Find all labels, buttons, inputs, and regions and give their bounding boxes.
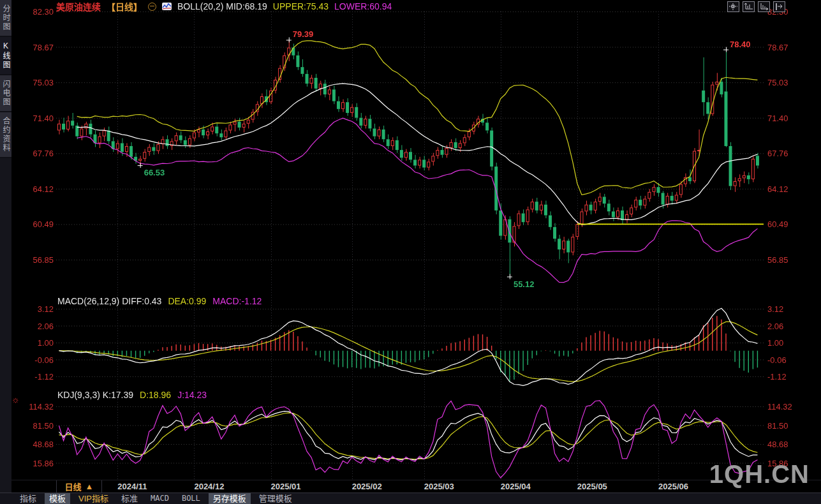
y-axis-label: 60.49 [767,219,788,229]
x-axis-tick: 2025/02 [352,482,382,491]
macd-dea-label: DEA:0.99 [168,296,206,306]
x-axis-tick: 2025/04 [501,482,531,491]
chart-application: 分时图K线图闪电图合约资料 美原油连续 【日线】 BOLL(20,2) MID:… [0,0,821,504]
x-axis-tick: 2025/06 [658,482,688,491]
sidebar-item-闪电图[interactable]: 闪电图 [0,75,11,112]
mini-chart-icon[interactable] [162,3,172,10]
chart-canvas[interactable] [0,0,821,504]
scale-time-icon[interactable] [758,1,770,12]
y-axis-label: 75.03 [767,78,788,87]
y-axis-label: 67.76 [767,149,788,158]
shift-right-icon[interactable] [773,1,785,12]
macd-title: MACD(26,12,9) DIFF:0.43 [57,296,161,306]
boll-lower-label: LOWER:60.94 [334,1,392,11]
tab-标准[interactable]: 标准 [117,493,142,504]
y-axis-label: -0.06 [767,355,787,364]
x-axis-tick: 2024/12 [194,482,224,491]
y-axis-label: -1.12 [767,372,787,382]
kdj-d-label: D:18.96 [140,390,171,400]
tab-BOLL[interactable]: BOLL [177,493,205,504]
x-axis-tick: 2024/11 [117,482,147,491]
y-axis-label: 71.40 [767,113,788,122]
tab-管理模板[interactable]: 管理模板 [255,493,297,504]
collapse-icon[interactable] [148,3,156,11]
tab-模板[interactable]: 模板 [45,493,70,504]
crosshair-icon[interactable] [727,1,739,12]
indicator-settings-icon[interactable]: ☼ [11,394,20,404]
x-axis-tick: 2025/01 [271,482,301,491]
tab-指标[interactable]: 指标 [15,493,41,504]
symbol-name: 美原油连续 [56,0,101,13]
sidebar-item-分时图[interactable]: 分时图 [0,0,11,37]
y-axis-label: 114.32 [767,402,792,411]
y-axis-label: 48.68 [767,440,788,449]
period-badge: 【日线】 [107,0,142,13]
macd-value-label: MACD:-1.12 [212,296,262,306]
kdj-header: KDJ(9,3,3) K:17.39 D:18.96 J:14.23 [57,390,207,400]
y-axis-label: 81.50 [767,420,788,430]
period-selector-label: 日线 [65,480,82,493]
kdj-title: KDJ(9,3,3) K:17.39 [57,390,133,400]
boll-mid-label: BOLL(20,2) MID:68.19 [177,1,267,11]
macd-header: MACD(26,12,9) DIFF:0.43 DEA:0.99 MACD:-1… [57,296,262,306]
boll-upper-label: UPPER:75.43 [273,1,329,11]
scale-price-icon[interactable] [743,1,755,12]
period-selector[interactable]: 日线▲ [56,480,102,493]
left-sidebar: 分时图K线图闪电图合约资料 [0,0,11,493]
x-axis-tick: 2025/05 [577,482,607,491]
sidebar-item-K线图[interactable]: K线图 [0,37,11,75]
y-axis-label: 56.85 [767,255,788,264]
y-axis-label: 64.12 [767,184,788,193]
sidebar-item-合约资料[interactable]: 合约资料 [0,112,11,158]
kdj-j-label: J:14.23 [177,390,207,400]
y-axis-label: 2.06 [767,321,783,330]
tab-另存模板[interactable]: 另存模板 [209,493,251,504]
y-axis-label: 1.00 [767,338,783,348]
x-axis-row: 日线▲ 2024/112024/122025/012025/022025/032… [11,480,821,493]
watermark: 1QH.CN [709,460,810,489]
toolbar-icons [727,1,785,12]
y-axis-label: 78.67 [767,42,788,52]
y-axis-label: 3.12 [767,304,783,314]
chart-header: 美原油连续 【日线】 BOLL(20,2) MID:68.19 UPPER:75… [56,1,392,12]
tab-VIP指标[interactable]: VIP指标 [74,493,113,504]
bottom-tab-bar: 指标模板VIP指标标准MACDBOLL另存模板管理模板 [0,493,821,504]
chevron-up-icon: ▲ [85,482,94,491]
tab-MACD[interactable]: MACD [146,493,174,504]
x-axis-tick: 2025/03 [424,482,454,491]
